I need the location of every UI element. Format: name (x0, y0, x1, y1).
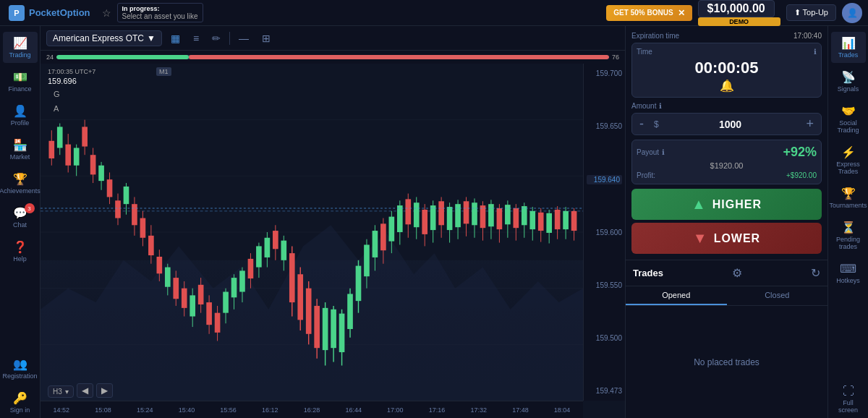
chart-grid-btn[interactable]: ⊞ (258, 30, 275, 46)
svg-rect-102 (430, 205, 436, 230)
sidebar-item-help[interactable]: ❓ Help (3, 236, 38, 267)
sidebar-item-trades[interactable]: 📊 Trades (831, 32, 866, 63)
logo: P PocketOption (0, 5, 99, 21)
sidebar-item-chat[interactable]: 💬 Chat 3 (3, 202, 38, 233)
svg-rect-100 (422, 210, 427, 234)
balance-container: $10,000.00 DEMO (698, 0, 780, 26)
chart-type-line-btn[interactable]: ≡ (189, 30, 203, 46)
amount-currency: $ (651, 119, 662, 129)
lower-button[interactable]: ▼ LOWER (631, 223, 822, 254)
chart-draw-btn[interactable]: ✏ (208, 30, 225, 46)
svg-rect-92 (389, 217, 395, 242)
sidebar-item-signals[interactable]: 📡 Signals (831, 66, 866, 97)
balance-display: $10,000.00 (698, 0, 775, 17)
time-label-3: 15:40 (179, 406, 195, 414)
pb-green-label: 24 (46, 54, 54, 61)
candlestick-chart (41, 64, 583, 401)
svg-rect-22 (98, 166, 104, 181)
tab-opened[interactable]: Opened (626, 286, 727, 305)
timeframe-button[interactable]: H3 ▾ (48, 385, 74, 398)
svg-rect-36 (157, 257, 163, 273)
sidebar-item-trading[interactable]: 📈 Trading (3, 32, 38, 63)
svg-rect-104 (438, 201, 444, 225)
time-label-10: 17:32 (470, 406, 487, 414)
sidebar-label-finance: Finance (8, 85, 31, 93)
svg-rect-58 (248, 259, 254, 278)
sidebar-item-registration[interactable]: 👥 Registration (3, 353, 38, 384)
chart-next-btn[interactable]: ▶ (96, 383, 113, 398)
fullscreen-label: Full screen (834, 399, 863, 414)
chart-prev-btn[interactable]: ◀ (77, 383, 93, 398)
chart-info-overlay: 17:00:35 UTC+7 159.696 (48, 68, 95, 85)
asset-selector[interactable]: American Express OTC ▼ (46, 30, 162, 46)
achievements-icon: 🏆 (13, 172, 27, 186)
trades-settings-icon[interactable]: ⚙ (732, 266, 742, 280)
amount-control: - $ 1000 + (631, 113, 822, 135)
sidebar-item-fullscreen[interactable]: ⛶ Full screen (831, 380, 866, 418)
hotkeys-label: Hotkeys (836, 277, 860, 284)
dropdown-icon: ▼ (147, 33, 156, 43)
header: P PocketOption ☆ In progress: Select an … (0, 0, 868, 26)
sidebar-item-social-trading[interactable]: 🤝 Social Trading (831, 100, 866, 138)
svg-rect-88 (373, 231, 378, 257)
amount-info-icon: ℹ (659, 102, 662, 110)
finance-icon: 💵 (13, 70, 27, 84)
payout-percent: +92% (783, 145, 817, 160)
svg-rect-112 (472, 202, 477, 225)
close-icon[interactable]: ✕ (678, 8, 685, 18)
chart-time-display: 17:00:35 UTC+7 (48, 68, 95, 75)
profit-label: Profit: (637, 171, 655, 179)
m1-badge: M1 (156, 67, 171, 76)
amount-decrease-btn[interactable]: - (632, 114, 651, 135)
asset-name: American Express OTC (53, 33, 144, 43)
left-sidebar: 📈 Trading 💵 Finance 👤 Profile 🏪 Market 🏆… (0, 26, 41, 418)
trading-icon: 📈 (13, 36, 27, 50)
topup-button[interactable]: ⬆ Top-Up (786, 4, 836, 21)
price-labels: 159.700 159.650 159.640 159.600 159.550 … (583, 64, 625, 401)
svg-rect-136 (571, 211, 577, 231)
sidebar-item-pending-trades[interactable]: ⏳ Pending trades (831, 216, 866, 255)
svg-rect-30 (132, 204, 137, 225)
right-panel: Expiration time 17:00:40 Time ℹ 00:00:05… (625, 26, 827, 418)
expiration-row: Expiration time 17:00:40 (631, 32, 822, 40)
trades-panel: Trades ⚙ ↻ Opened Closed No placed trade… (626, 260, 827, 418)
bonus-text: GET 50% BONUS (613, 9, 673, 17)
pb-fill-green (56, 55, 189, 59)
bonus-button[interactable]: GET 50% BONUS ✕ (606, 5, 692, 21)
amount-value: 1000 (662, 119, 799, 130)
time-label-9: 17:16 (429, 406, 446, 414)
signals-icon: 📡 (841, 70, 856, 84)
sidebar-item-profile[interactable]: 👤 Profile (3, 100, 38, 131)
higher-arrow-icon: ▲ (692, 196, 707, 213)
expiration-time: 17:00:40 (793, 32, 822, 40)
pb-red-label: 76 (612, 54, 619, 61)
payout-info-icon: ℹ (662, 148, 665, 156)
hotkeys-icon: ⌨ (840, 262, 856, 276)
amount-increase-btn[interactable]: + (799, 114, 821, 135)
sidebar-item-hotkeys[interactable]: ⌨ Hotkeys (831, 257, 866, 289)
chart-annotation-g: G (54, 90, 60, 98)
chart-minus-btn[interactable]: — (234, 30, 253, 46)
trades-refresh-icon[interactable]: ↻ (811, 266, 820, 280)
sidebar-item-market[interactable]: 🏪 Market (3, 134, 38, 165)
sidebar-item-achievements[interactable]: 🏆 Achievements (3, 168, 38, 199)
chart-type-bar-btn[interactable]: ▦ (166, 30, 184, 46)
svg-rect-34 (148, 236, 154, 255)
higher-button[interactable]: ▲ HIGHER (631, 189, 822, 220)
sidebar-item-signin[interactable]: 🔑 Sign in (3, 387, 38, 418)
sidebar-label-help: Help (13, 255, 27, 263)
star-icon[interactable]: ☆ (102, 7, 111, 19)
trades-sidebar-label: Trades (838, 51, 859, 59)
price-label-5: 159.500 (587, 334, 622, 342)
avatar[interactable]: 👤 (842, 3, 862, 23)
demo-badge: DEMO (698, 17, 780, 26)
time-label-6: 16:28 (304, 406, 320, 414)
svg-rect-126 (529, 211, 535, 229)
svg-rect-98 (414, 202, 420, 227)
market-icon: 🏪 (13, 138, 27, 152)
sidebar-item-finance[interactable]: 💵 Finance (3, 66, 38, 97)
svg-rect-114 (480, 205, 486, 228)
sidebar-item-tournaments[interactable]: 🏆 Tournaments (831, 182, 866, 213)
sidebar-item-express-trades[interactable]: ⚡ Express Trades (831, 141, 866, 179)
tab-closed[interactable]: Closed (727, 286, 828, 305)
